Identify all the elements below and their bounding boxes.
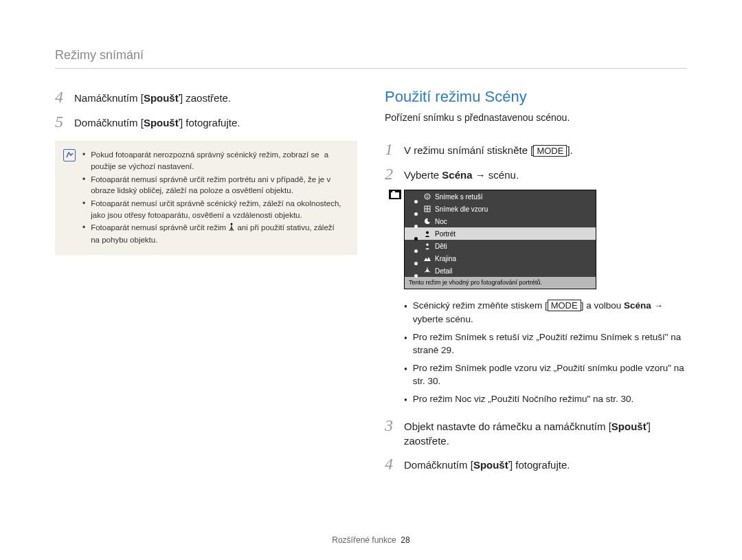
scene-row[interactable]: Krajina <box>405 252 596 265</box>
svg-point-9 <box>426 232 429 234</box>
right-column: Použití režimu Scény Pořízení snímku s p… <box>385 88 687 480</box>
scene-row-selected[interactable]: Portrét <box>405 227 596 240</box>
arrow: → <box>473 169 488 181</box>
bullet-item: Pro režim Snímek s retuší viz „Použití r… <box>404 331 687 357</box>
step-3: 3 Objekt nastavte do rámečku a namáčknut… <box>385 416 687 448</box>
step-pre: Domáčknutím [ <box>74 117 144 128</box>
section-header: Režimy snímání <box>55 48 687 63</box>
step-number: 3 <box>385 416 404 434</box>
scene-label: Noc <box>435 218 447 225</box>
step-4-left: 4 Namáčknutím [Spoušť] zaostřete. <box>55 88 357 106</box>
step-bold: Spoušť <box>144 117 180 128</box>
svg-point-0 <box>231 223 233 225</box>
svg-point-3 <box>425 194 430 199</box>
info-list: Pokud fotoaparát nerozpozná správný scén… <box>82 149 345 247</box>
landscape-icon <box>423 254 432 262</box>
step-post: ] fotografujte. <box>180 117 240 128</box>
step-post: ] fotografujte. <box>510 459 570 471</box>
note-icon <box>63 149 76 161</box>
retouch-icon <box>423 192 432 201</box>
step-post: ] zaostřete. <box>180 92 231 104</box>
step-bold: Spoušť <box>611 421 648 432</box>
bullet-text: Pro režim Snímek podle vzoru viz „Použit… <box>413 361 687 388</box>
scene-label: Děti <box>435 243 447 250</box>
info-item: Fotoaparát nemusí určit správně scénický… <box>82 198 345 221</box>
scene-tooltip: Tento režim je vhodný pro fotografování … <box>405 277 596 289</box>
info-text: Pokud fotoaparát nerozpozná správný scén… <box>91 150 322 159</box>
step-bold: Scéna <box>442 169 472 181</box>
portrait-icon <box>423 229 432 238</box>
night-icon <box>423 217 432 225</box>
step-text: Namáčknutím [Spoušť] zaostřete. <box>74 88 231 105</box>
bullet-list: Scénický režim změňte stiskem [MODE] a v… <box>404 299 687 405</box>
step-bold: Spoušť <box>473 459 510 471</box>
page-number: 28 <box>401 535 409 545</box>
mode-key: MODE <box>533 145 567 157</box>
svg-rect-2 <box>392 191 395 192</box>
mode-key: MODE <box>548 300 581 311</box>
scene-mode-icon <box>389 190 401 199</box>
info-item: Pokud fotoaparát nerozpozná správný scén… <box>82 149 345 172</box>
step-text: Objekt nastavte do rámečku a namáčknutím… <box>404 416 687 448</box>
svg-point-4 <box>426 196 427 197</box>
svg-rect-1 <box>391 192 399 198</box>
step-text: Domáčknutím [Spoušť] fotografujte. <box>74 113 240 130</box>
step-text: V režimu snímání stiskněte [MODE]. <box>404 140 573 157</box>
children-icon <box>423 242 432 250</box>
info-item: Fotoaparát nemusí správně určit režim po… <box>82 174 345 197</box>
scene-label: Snímek s retuší <box>435 193 482 201</box>
scene-row[interactable]: Noc <box>405 215 596 227</box>
scene-row[interactable]: Děti <box>405 240 596 252</box>
step-pre: Domáčknutím [ <box>404 459 473 471</box>
left-column: 4 Namáčknutím [Spoušť] zaostřete. 5 Domá… <box>55 88 357 480</box>
step-number: 5 <box>55 113 74 131</box>
scene-row[interactable]: Snímek s retuší <box>405 190 596 203</box>
step-pre: V režimu snímání stiskněte [ <box>404 144 533 156</box>
closeup-icon <box>423 267 432 275</box>
scene-menu: Snímek s retuší Snímek dle vzoru Noc <box>404 190 596 289</box>
intro-text: Pořízení snímku s přednastavenou scénou. <box>385 111 687 125</box>
step-number: 2 <box>385 165 404 183</box>
step-pre: Namáčknutím [ <box>74 92 144 104</box>
scene-label: Snímek dle vzoru <box>435 205 488 213</box>
guide-icon <box>423 205 432 213</box>
section-heading: Použití režimu Scény <box>385 88 687 106</box>
step-2: 2 Vyberte Scéna → scénu. <box>385 165 687 183</box>
info-text: Fotoaparát nemusí správně určit režim <box>91 223 228 232</box>
step-text: Vyberte Scéna → scénu. <box>404 165 519 182</box>
info-text: Fotoaparát nemusí určit správně scénický… <box>91 198 345 221</box>
bullet-item: Scénický režim změňte stiskem [MODE] a v… <box>404 299 687 326</box>
scene-row[interactable]: Detail <box>405 265 596 277</box>
step-5-left: 5 Domáčknutím [Spoušť] fotografujte. <box>55 113 357 131</box>
step-4-right: 4 Domáčknutím [Spoušť] fotografujte. <box>385 455 687 473</box>
bullet-text: Pro režim Noc viz „Použití Nočního režim… <box>413 392 633 406</box>
step-number: 4 <box>385 455 404 473</box>
step-post: scénu. <box>488 169 519 181</box>
page-footer: Rozšířené funkce 28 <box>0 535 742 545</box>
step-pre: Objekt nastavte do rámečku a namáčknutím… <box>404 421 611 432</box>
svg-point-10 <box>426 244 429 247</box>
info-text: Fotoaparát nemusí správně určit režim po… <box>91 174 345 197</box>
bullet-text: Pro režim Snímek s retuší viz „Použití r… <box>413 331 687 357</box>
bullet-item: Pro režim Noc viz „Použití Nočního režim… <box>404 392 687 406</box>
scene-label: Portrét <box>435 230 456 238</box>
tripod-icon <box>228 224 237 232</box>
scene-label: Detail <box>435 267 453 275</box>
info-item: Fotoaparát nemusí správně určit režim an… <box>82 222 345 245</box>
bullet-text: ] a volbou <box>581 300 624 311</box>
step-text: Domáčknutím [Spoušť] fotografujte. <box>404 455 570 472</box>
scene-label: Krajina <box>435 255 456 262</box>
scene-row[interactable]: Snímek dle vzoru <box>405 203 596 215</box>
footer-label: Rozšířené funkce <box>332 535 396 545</box>
step-1: 1 V režimu snímání stiskněte [MODE]. <box>385 140 687 158</box>
info-box: Pokud fotoaparát nerozpozná správný scén… <box>55 141 357 256</box>
step-number: 1 <box>385 140 404 158</box>
step-post: ]. <box>567 144 572 156</box>
step-bold: Spoušť <box>144 92 180 104</box>
step-number: 4 <box>55 88 74 106</box>
bullet-item: Pro režim Snímek podle vzoru viz „Použit… <box>404 361 687 388</box>
bullet-text: Scénický režim změňte stiskem [ <box>413 300 548 311</box>
svg-point-5 <box>427 196 428 197</box>
divider <box>55 68 687 69</box>
bullet-bold: Scéna <box>624 300 651 311</box>
